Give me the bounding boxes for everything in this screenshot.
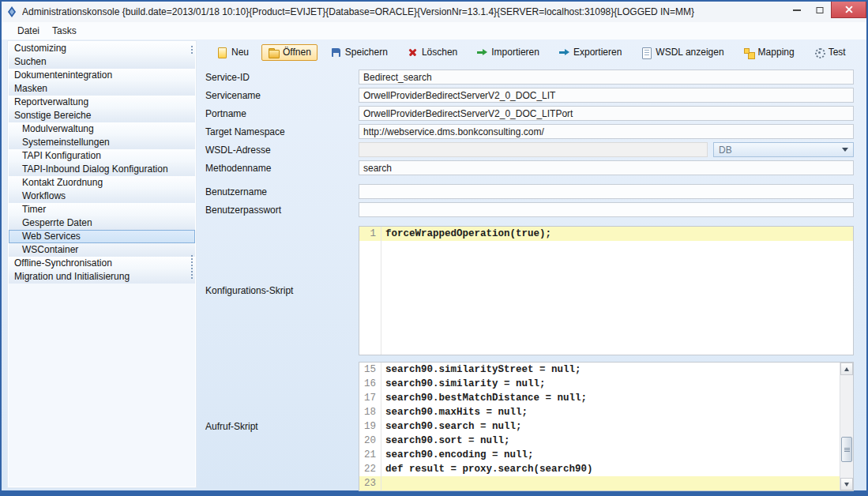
app-icon bbox=[6, 6, 18, 18]
maximize-button[interactable] bbox=[808, 2, 831, 18]
administrationskonsole-window: Administrationskonsole {build.date=2013/… bbox=[0, 0, 868, 496]
konfigurations-skript-label: Konfigurations-Skript bbox=[205, 285, 359, 296]
arrow-up-icon bbox=[844, 367, 849, 371]
sidebar-item-offline-synchronisation[interactable]: Offline-Synchronisation bbox=[9, 257, 195, 270]
save-icon bbox=[330, 47, 342, 58]
close-button[interactable] bbox=[831, 2, 866, 18]
toolbar: Neu Öffnen Speichern Löschen Importieren… bbox=[202, 41, 860, 63]
scrollbar-up-button[interactable] bbox=[840, 363, 853, 375]
export-icon bbox=[558, 47, 570, 58]
sidebar-item-tapi-inbound-dialog-konfiguration[interactable]: TAPI-Inbound Dialog Konfiguration bbox=[9, 163, 195, 176]
arrow-down-icon bbox=[844, 483, 849, 487]
aufruf-skript-scrollbar[interactable] bbox=[840, 363, 853, 490]
sidebar-item-modulverwaltung[interactable]: Modulverwaltung bbox=[9, 122, 195, 136]
portname-label: Portname bbox=[205, 108, 359, 119]
target-namespace-label: Target Namespace bbox=[205, 126, 359, 137]
sidebar-item-kontakt-zuordnung[interactable]: Kontakt Zuordnung bbox=[9, 176, 195, 190]
sidebar-item-systemeinstellungen[interactable]: Systemeinstellungen bbox=[9, 136, 195, 149]
scrollbar-down-button[interactable] bbox=[840, 478, 853, 490]
menu-datei[interactable]: Datei bbox=[11, 24, 46, 38]
title-bar: Administrationskonsole {build.date=2013/… bbox=[2, 2, 866, 22]
servicename-label: Servicename bbox=[205, 90, 359, 101]
target-namespace-field[interactable] bbox=[359, 124, 854, 139]
exportieren-button[interactable]: Exportieren bbox=[552, 44, 628, 61]
sidebar-item-tapi-konfiguration[interactable]: TAPI Konfiguration bbox=[9, 149, 195, 163]
benutzerpasswort-label: Benutzerpasswort bbox=[205, 205, 359, 216]
title-bar-left: Administrationskonsole {build.date=2013/… bbox=[2, 2, 785, 22]
neu-button[interactable]: Neu bbox=[210, 44, 255, 61]
code-line: 1 forceWrappedOperation(true); bbox=[359, 227, 853, 241]
sidebar-item-dokumentenintegration[interactable]: Dokumentenintegration bbox=[9, 69, 195, 82]
window-title: Administrationskonsole {build.date=2013/… bbox=[22, 6, 694, 17]
benutzername-label: Benutzername bbox=[205, 186, 359, 197]
navigation-sidebar: Customizing Suchen Dokumentenintegration… bbox=[8, 41, 196, 487]
portname-field[interactable] bbox=[359, 106, 854, 121]
scrollbar-thumb[interactable] bbox=[841, 437, 852, 462]
code-line: 21 search90.encoding = null; bbox=[359, 448, 840, 462]
menu-tasks[interactable]: Tasks bbox=[46, 24, 83, 38]
wsdl-adresse-label: WSDL-Adresse bbox=[205, 145, 359, 156]
service-id-label: Service-ID bbox=[205, 72, 359, 83]
benutzername-field[interactable] bbox=[359, 184, 854, 199]
code-line: 17 search90.bestMatchDistance = null; bbox=[359, 391, 840, 405]
scrollbar-track[interactable] bbox=[840, 375, 853, 478]
content-panel: Neu Öffnen Speichern Löschen Importieren… bbox=[202, 41, 860, 487]
sidebar-item-masken[interactable]: Masken bbox=[9, 82, 195, 96]
code-line: 23 bbox=[359, 476, 840, 490]
sidebar-item-gesperrte-daten[interactable]: Gesperrte Daten bbox=[9, 216, 195, 230]
sidebar-splitter-grip-middle[interactable] bbox=[191, 255, 193, 279]
konfigurations-skript-editor[interactable]: 1 forceWrappedOperation(true); bbox=[359, 226, 854, 355]
mapping-icon bbox=[743, 47, 755, 58]
code-line: 20 search90.sort = null; bbox=[359, 434, 840, 448]
benutzerpasswort-field[interactable] bbox=[359, 202, 854, 217]
code-line: 19 search90.search = null; bbox=[359, 419, 840, 434]
sidebar-splitter-grip-top[interactable] bbox=[191, 46, 193, 54]
chevron-down-icon bbox=[842, 148, 848, 152]
new-icon bbox=[216, 47, 228, 58]
code-line: 22 def result = proxy.search(search90) bbox=[359, 462, 840, 476]
sidebar-item-migration-und-initialisierung[interactable]: Migration und Initialisierung bbox=[9, 270, 195, 284]
sidebar-item-workflows[interactable]: Workflows bbox=[9, 190, 195, 203]
methodenname-label: Methodenname bbox=[205, 163, 359, 174]
test-button[interactable]: Test bbox=[807, 44, 852, 61]
wsdl-adresse-field[interactable] bbox=[359, 142, 708, 157]
scrollbar-grip-icon bbox=[844, 449, 850, 450]
speichern-button[interactable]: Speichern bbox=[324, 44, 394, 61]
delete-icon bbox=[407, 47, 419, 58]
loeschen-button[interactable]: Löschen bbox=[400, 44, 464, 61]
servicename-field[interactable] bbox=[359, 88, 854, 103]
methodenname-field[interactable] bbox=[359, 160, 854, 175]
sidebar-item-web-services[interactable]: Web Services bbox=[9, 230, 195, 243]
wsdl-source-dropdown[interactable]: DB bbox=[713, 142, 854, 157]
oeffnen-button[interactable]: Öffnen bbox=[261, 44, 318, 61]
code-line: 16 search90.similarity = null; bbox=[359, 377, 840, 391]
open-icon bbox=[268, 47, 280, 58]
web-service-form: Service-ID Servicename Portname Target N… bbox=[202, 63, 860, 487]
aufruf-skript-editor[interactable]: 15 search90.similarityStreet = null; 16 … bbox=[359, 362, 854, 491]
sidebar-item-reportverwaltung[interactable]: Reportverwaltung bbox=[9, 96, 195, 109]
import-icon bbox=[476, 47, 488, 58]
minimize-icon bbox=[793, 9, 801, 11]
main-area: Customizing Suchen Dokumentenintegration… bbox=[2, 39, 866, 490]
code-line: 18 search90.maxHits = null; bbox=[359, 405, 840, 419]
menu-bar: Datei Tasks bbox=[2, 22, 866, 39]
window-controls bbox=[785, 2, 866, 18]
service-id-field[interactable] bbox=[359, 70, 854, 85]
aufruf-skript-code[interactable]: 15 search90.similarityStreet = null; 16 … bbox=[359, 363, 840, 490]
code-line: 15 search90.similarityStreet = null; bbox=[359, 363, 840, 377]
importieren-button[interactable]: Importieren bbox=[470, 44, 546, 61]
maximize-icon bbox=[816, 7, 823, 13]
wsdl-source-dropdown-value: DB bbox=[719, 145, 842, 156]
sidebar-item-sonstige-bereiche[interactable]: Sonstige Bereiche bbox=[9, 109, 195, 122]
konfigurations-skript-code[interactable]: 1 forceWrappedOperation(true); bbox=[359, 227, 853, 355]
minimize-button[interactable] bbox=[785, 2, 808, 18]
sidebar-item-suchen[interactable]: Suchen bbox=[9, 55, 195, 69]
mapping-button[interactable]: Mapping bbox=[737, 44, 801, 61]
wsdl-document-icon bbox=[641, 47, 652, 58]
sidebar-item-wscontainer[interactable]: WSContainer bbox=[9, 243, 195, 257]
sidebar-item-customizing[interactable]: Customizing bbox=[9, 42, 195, 55]
wsdl-anzeigen-button[interactable]: WSDL anzeigen bbox=[634, 44, 730, 61]
test-gear-icon bbox=[814, 47, 825, 58]
sidebar-item-timer[interactable]: Timer bbox=[9, 203, 195, 216]
aufruf-skript-label: Aufruf-Skript bbox=[205, 421, 359, 432]
